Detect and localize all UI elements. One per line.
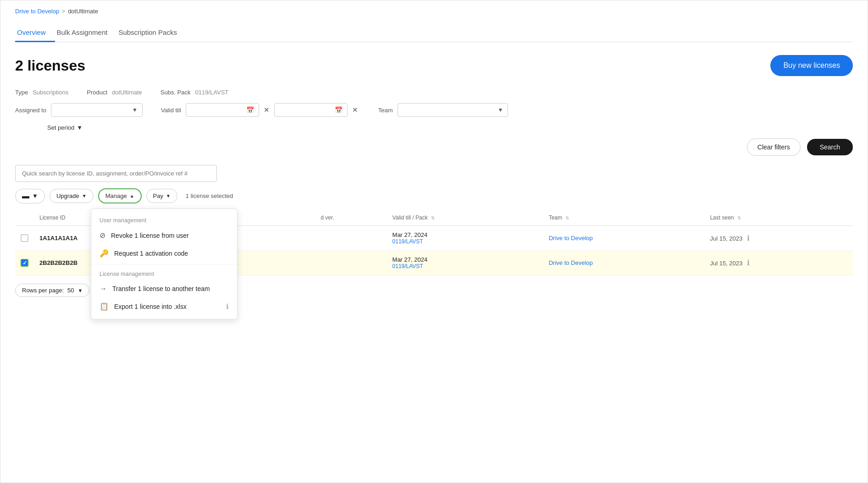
team-select[interactable]: ▼ [398,103,509,117]
export-label: Export 1 license into .xlsx [114,303,187,310]
th-last-seen: Last seen ⇅ [704,210,853,226]
filter-actions: Clear filters Search [15,138,853,156]
type-label: Type [15,89,28,96]
header-row: 2 licenses Buy new licenses [15,55,853,76]
tab-subscription-packs[interactable]: Subscription Packs [116,24,186,42]
upgrade-label: Upgrade [56,192,79,199]
quick-search-row [15,165,853,182]
manage-chevron-up-icon: ▲ [130,193,134,198]
row2-pack-link[interactable]: 0119/LAVST [393,263,538,269]
set-period-label: Set period [47,124,74,131]
team-label: Team [378,107,393,114]
th-prod-ver: d ver. [315,210,387,226]
subs-pack-label: Subs. Pack [160,89,191,96]
transfer-label: Transfer 1 license to another team [112,285,210,292]
row1-pack-link[interactable]: 0119/LAVST [393,238,538,245]
manage-dropdown-menu: User management ⊘ Revoke 1 license from … [91,209,238,319]
minus-icon: ▬ [22,192,29,200]
set-period-control[interactable]: Set period ▼ [47,124,853,131]
product-value: dotUltimate [112,89,142,96]
row1-info-icon[interactable]: ℹ [747,234,750,242]
manage-button[interactable]: Manage ▲ [98,188,142,203]
manage-label: Manage [105,192,127,199]
export-license-item[interactable]: 📋 Export 1 license into .xlsx ℹ [91,297,237,315]
filter-assigned-to: Assigned to ▼ [15,103,143,117]
valid-till-label: Valid till [161,107,181,114]
tab-overview[interactable]: Overview [15,24,55,42]
revoke-icon: ⊘ [100,231,105,240]
row1-checkbox[interactable] [21,234,28,242]
rows-per-page-chevron-icon: ▼ [78,288,83,293]
breadcrumb-current: dotUltimate [68,8,98,15]
valid-till-date-from[interactable]: 📅 [186,103,259,117]
upgrade-chevron-icon: ▼ [82,193,87,198]
select-all-chevron-icon: ▼ [32,192,38,199]
row2-info-icon[interactable]: ℹ [747,259,750,267]
tab-bulk-assignment[interactable]: Bulk Assignment [55,24,117,42]
license-count: 2 licenses [15,57,85,74]
breadcrumb-separator: > [62,8,65,15]
assigned-to-select[interactable]: ▼ [51,103,143,117]
breadcrumb: Drive to Develop > dotUltimate [15,8,853,15]
revoke-license-item[interactable]: ⊘ Revoke 1 license from user [91,226,237,244]
row2-team-link[interactable]: Drive to Develop [549,259,593,266]
row1-prod-ver [315,226,387,251]
assigned-to-value [56,106,120,114]
team-sort-icon[interactable]: ⇅ [565,215,569,220]
row2-checkbox-cell: ✓ [15,251,34,275]
filters-section: Type Subscriptions Product dotUltimate S… [15,89,853,156]
row1-checkbox-cell [15,226,34,251]
rows-per-page-value: 50 [67,287,74,294]
filter-type: Type Subscriptions [15,89,68,96]
th-valid-till: Valid till / Pack ⇅ [387,210,543,226]
valid-till-date-group: 📅 ✕ 📅 ✕ [186,103,360,117]
clear-filters-button[interactable]: Clear filters [747,138,801,156]
product-label: Product [87,89,107,96]
license-management-section-label: License management [91,266,237,280]
date-from-value [191,106,237,114]
row2-valid-date: Mar 27, 2024 [393,256,538,263]
clear-date-from-button[interactable]: ✕ [262,105,271,115]
search-button[interactable]: Search [807,139,853,155]
transfer-icon: → [100,285,107,293]
row2-checkbox[interactable]: ✓ [21,259,28,267]
buy-new-licenses-button[interactable]: Buy new licenses [770,55,853,76]
valid-till-date-to[interactable]: 📅 [274,103,348,117]
transfer-license-item[interactable]: → Transfer 1 license to another team [91,280,237,297]
rows-per-page-selector[interactable]: Rows per page: 50 ▼ [15,284,89,297]
team-value [403,106,494,114]
activation-label: Request 1 activation code [114,250,188,257]
valid-till-sort-icon[interactable]: ⇅ [431,215,435,220]
subs-pack-value: 0119/LAVST [195,89,229,96]
upgrade-button[interactable]: Upgrade ▼ [50,189,94,203]
pay-button[interactable]: Pay ▼ [146,189,177,203]
export-info-icon: ℹ [226,302,229,311]
row1-valid-date: Mar 27, 2024 [393,231,538,238]
selected-count: 1 license selected [186,192,233,199]
quick-search-input[interactable] [15,165,217,182]
row2-prod-ver [315,251,387,275]
calendar-icon-to: 📅 [335,106,343,114]
pay-chevron-icon: ▼ [166,193,171,198]
calendar-icon: 📅 [246,106,254,114]
breadcrumb-link[interactable]: Drive to Develop [15,8,59,15]
row1-team-link[interactable]: Drive to Develop [549,235,593,242]
chevron-down-icon: ▼ [132,107,138,113]
row1-last-seen: Jul 15, 2023 ℹ [704,226,853,251]
dropdown-divider [91,264,237,264]
pay-label: Pay [153,192,163,199]
row2-last-seen: Jul 15, 2023 ℹ [704,251,853,275]
clear-date-to-button[interactable]: ✕ [350,105,360,115]
tabs-bar: Overview Bulk Assignment Subscription Pa… [15,24,853,42]
last-seen-sort-icon[interactable]: ⇅ [737,215,741,220]
revoke-label: Revoke 1 license from user [111,232,189,239]
filter-row-2: Assigned to ▼ Valid till 📅 ✕ [15,103,853,117]
rows-per-page-label: Rows per page: [22,287,64,294]
filter-team: Team ▼ [378,103,509,117]
select-all-button[interactable]: ▬ ▼ [15,189,45,203]
date-to-value [279,106,325,114]
row1-team: Drive to Develop [543,226,705,251]
activation-code-item[interactable]: 🔑 Request 1 activation code [91,244,237,262]
type-value: Subscriptions [33,89,68,96]
export-icon: 📋 [100,302,109,311]
